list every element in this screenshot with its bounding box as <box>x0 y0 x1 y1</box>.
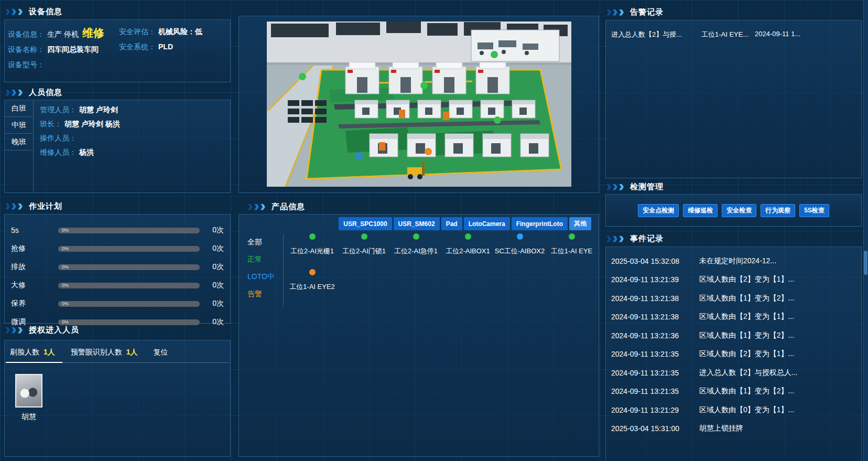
event-description: 区域人数由【1】变为【2】... <box>699 387 856 396</box>
button-safety-inspection[interactable]: 安全检查 <box>722 204 756 217</box>
tab-warning-count[interactable]: 预警眼识别人数 1人 <box>71 348 138 357</box>
button-fingerprintloto[interactable]: FingerprintLoto <box>512 217 568 230</box>
panel-title-product: 产品信息 <box>272 202 305 212</box>
workplan-label: 排故 <box>11 262 52 272</box>
button-usr-sm602[interactable]: USR_SM602 <box>394 217 440 230</box>
alarm-time: 2024-09-11 1... <box>755 30 856 39</box>
panel-title-workplan: 作业计划 <box>29 201 62 211</box>
button-pad[interactable]: Pad <box>441 217 462 230</box>
event-row[interactable]: 2024-09-11 13:21:38 区域人数由【2】变为【1】... <box>606 308 861 327</box>
filter-divider <box>283 234 284 307</box>
device-item[interactable]: 工位2-AI光栅1 <box>286 233 338 256</box>
triple-chevron-icon <box>606 184 624 190</box>
filter-loto[interactable]: LOTO中 <box>247 272 280 282</box>
button-5s-check[interactable]: 5S检查 <box>799 204 829 217</box>
status-dot <box>413 233 419 240</box>
alarm-panel-header: 告警记录 <box>606 7 664 17</box>
events-panel: 2025-03-04 15:32:08 未在规定时间2024-12... 202… <box>605 246 862 461</box>
shift-tab-day[interactable]: 白班 <box>5 100 33 117</box>
shift-tab-middle[interactable]: 中班 <box>5 117 33 134</box>
event-row[interactable]: 2024-09-11 13:21:35 进入总人数【2】与授权总人... <box>606 363 861 382</box>
panel-title-equipment: 设备信息 <box>29 7 62 17</box>
event-row[interactable]: 2024-09-11 13:21:29 区域人数由【0】变为【1】... <box>606 401 861 420</box>
filter-all[interactable]: 全部 <box>247 238 280 247</box>
panel-title-events: 事件记录 <box>630 234 664 244</box>
button-usr-spc1000[interactable]: USR_SPC1000 <box>339 217 392 230</box>
filter-normal[interactable]: 正常 <box>247 255 280 264</box>
status-dot <box>465 233 471 240</box>
event-description: 区域人数由【1】变为【2】... <box>699 294 856 303</box>
device-row-1: 工位2-AI光栅1 工位2-AI门锁1 工位2-AI急停1 工位2-AIBOX1… <box>286 233 598 256</box>
progress-percent: 0% <box>58 302 69 306</box>
panel-title-alarms: 告警记录 <box>630 7 664 17</box>
device-name: 工位1-AI EYE2 <box>289 282 335 292</box>
event-description: 区域人数由【0】变为【1】... <box>699 405 856 415</box>
personnel-panel-header: 人员信息 <box>5 88 62 98</box>
event-time: 2024-09-11 13:21:36 <box>611 331 699 340</box>
foreman-label: 班长： <box>40 120 62 129</box>
event-row[interactable]: 2024-09-11 13:21:39 区域人数由【2】变为【1】... <box>606 271 861 290</box>
progress-percent: 0% <box>58 265 69 270</box>
personnel-panel: 白班 中班 晚班 管理人员： 胡慧 卢玲剑 班长： 胡慧 卢玲剑 杨洪 操作人员… <box>4 100 231 193</box>
event-description: 区域人数由【2】变为【1】... <box>699 275 856 284</box>
page-scrollbar-thumb[interactable] <box>864 251 867 275</box>
reset-label: 复位 <box>154 348 168 357</box>
button-other[interactable]: 其他 <box>569 217 591 230</box>
button-behavior-observation[interactable]: 行为观察 <box>761 204 795 217</box>
workplan-count: 0次 <box>206 317 224 327</box>
pallet-stacks <box>288 100 327 123</box>
device-item[interactable]: 工位2-AI门锁1 <box>338 233 390 256</box>
event-row[interactable]: 2025-03-04 15:31:00 胡慧上锁挂牌 <box>606 420 861 438</box>
safety-eval-label: 安全评估： <box>119 27 156 37</box>
equipment-model-label: 设备型号： <box>8 60 45 70</box>
office-room <box>471 30 559 61</box>
event-time: 2024-09-11 13:21:39 <box>611 275 699 284</box>
event-row[interactable]: 2024-09-11 13:21:36 区域人数由【1】变为【2】... <box>606 326 861 345</box>
button-maintenance-patrol[interactable]: 维修巡检 <box>683 204 718 217</box>
equipment-state-normal: 生产 停机 <box>47 30 79 39</box>
event-row[interactable]: 2024-09-11 13:21:38 区域人数由【1】变为【2】... <box>606 289 861 308</box>
device-item[interactable]: 工位2-AIBOX1 <box>442 233 494 256</box>
alarm-message: 进入总人数【2】与授... <box>611 30 701 39</box>
events-panel-header: 事件记录 <box>606 234 664 244</box>
product-panel-header: 产品信息 <box>248 202 305 212</box>
equipment-info-label: 设备信息： <box>8 30 45 39</box>
event-row[interactable]: 2024-09-11 13:21:35 区域人数由【1】变为【2】... <box>606 382 861 401</box>
triple-chevron-icon <box>5 203 23 210</box>
person-card[interactable]: 胡慧 <box>15 374 42 422</box>
reset-button[interactable]: 复位 <box>154 348 168 357</box>
progress-bar: 0% <box>58 283 200 288</box>
device-item[interactable]: 工位2-AI急停1 <box>390 233 442 256</box>
workplan-label: 抢修 <box>11 244 52 253</box>
device-item[interactable]: 工位1-AI EYE <box>546 233 598 256</box>
device-item[interactable]: 工位1-AI EYE2 <box>286 269 338 292</box>
workplan-row: 保养 0% 0次 <box>11 299 224 308</box>
page-scrollbar-track[interactable] <box>863 0 868 461</box>
event-time: 2024-09-11 13:21:35 <box>611 387 699 395</box>
status-dot <box>309 233 316 240</box>
tab-face-count[interactable]: 刷脸人数 1人 <box>10 348 55 357</box>
device-item[interactable]: SC工位-AIBOX2 <box>494 233 546 256</box>
alarm-device: 工位1-AI EYE... <box>701 30 755 39</box>
person-name: 胡慧 <box>21 412 36 422</box>
device-name: 工位1-AI EYE <box>551 246 592 256</box>
workplan-panel-header: 作业计划 <box>5 201 62 211</box>
product-panel: USR_SPC1000 USR_SM602 Pad LotoCamera Fin… <box>238 214 599 457</box>
workplan-row: 抢修 0% 0次 <box>11 244 224 253</box>
authorized-panel-header: 授权进入人员 <box>5 325 79 335</box>
event-row[interactable]: 2024-09-11 13:21:35 区域人数由【2】变为【1】... <box>606 345 861 364</box>
face-count-value: 1人 <box>44 348 55 357</box>
button-safety-spot-check[interactable]: 安全点检测 <box>638 204 679 217</box>
personnel-fields: 管理人员： 胡慧 卢玲剑 班长： 胡慧 卢玲剑 杨洪 操作人员： 维修人员： 杨… <box>34 100 230 192</box>
alarm-row[interactable]: 进入总人数【2】与授... 工位1-AI EYE... 2024-09-11 1… <box>606 20 861 39</box>
triple-chevron-icon <box>248 204 265 210</box>
event-row[interactable]: 2025-03-04 15:32:08 未在规定时间2024-12... <box>606 252 861 271</box>
filter-alarm[interactable]: 告警 <box>247 290 280 299</box>
shift-tab-night[interactable]: 晚班 <box>5 134 33 151</box>
button-lotocamera[interactable]: LotoCamera <box>464 217 510 230</box>
manager-label: 管理人员： <box>40 105 77 115</box>
authorized-panel: 刷脸人数 1人 预警眼识别人数 1人 复位 胡慧 <box>4 340 231 457</box>
progress-bar: 0% <box>58 264 200 270</box>
progress-bar: 0% <box>58 301 200 307</box>
dashboard: 设备信息 设备信息： 生产 停机 维修 设备名称： 四车间总装车间 设备型号： <box>0 0 868 461</box>
